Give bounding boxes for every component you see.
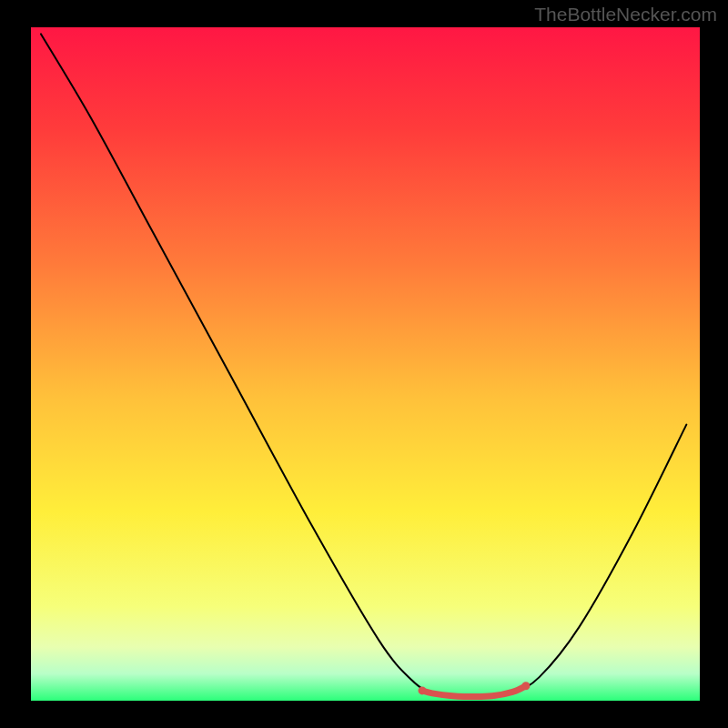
chart-plot-area: [31, 27, 700, 701]
gradient-rect: [31, 27, 700, 701]
marker-dot: [418, 686, 426, 694]
watermark-text: TheBottleNecker.com: [534, 4, 717, 25]
marker-dot: [521, 682, 530, 690]
chart-svg: [31, 27, 700, 701]
